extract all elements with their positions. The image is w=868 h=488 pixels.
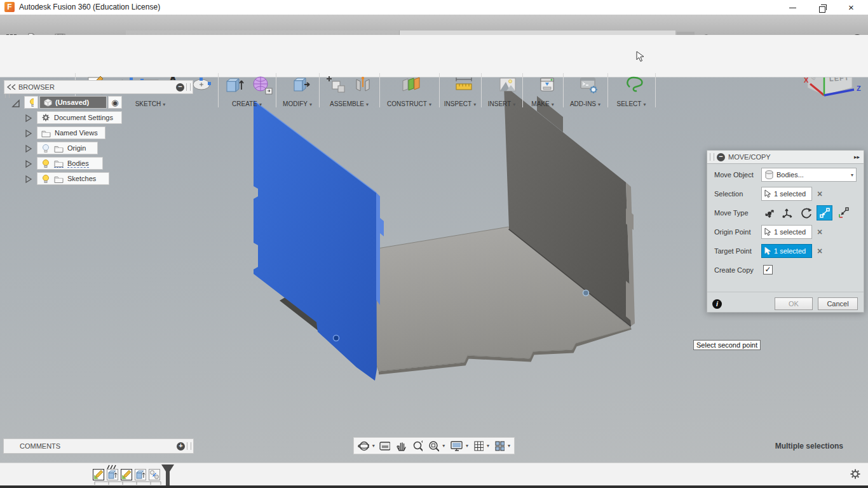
visibility-bulb-icon[interactable] xyxy=(41,174,50,183)
viewports-caret[interactable]: ▾ xyxy=(508,443,510,449)
info-icon[interactable]: i xyxy=(712,299,722,309)
tree-item-bodies[interactable]: Bodies xyxy=(37,157,103,170)
folder-icon xyxy=(54,159,64,168)
minimize-button[interactable] xyxy=(778,0,807,15)
add-comment-icon[interactable]: + xyxy=(177,442,185,451)
timeline-settings-gear-icon[interactable] xyxy=(849,468,862,480)
comments-grip[interactable] xyxy=(187,442,191,450)
select-lasso-icon[interactable] xyxy=(623,73,646,96)
activate-component-radio[interactable]: ◉ xyxy=(108,96,122,109)
modify-menu[interactable]: MODIFY▾ xyxy=(276,100,319,107)
timeline-feature-extrude2[interactable] xyxy=(135,469,146,480)
ok-button[interactable]: OK xyxy=(775,297,813,310)
grid-caret[interactable]: ▾ xyxy=(487,443,489,449)
target-point-value: 1 selected xyxy=(774,247,806,255)
dialog-minimize-icon[interactable]: − xyxy=(717,153,725,161)
timeline-feature-extrude1[interactable] xyxy=(107,469,118,480)
pan-hand-icon[interactable] xyxy=(395,440,407,452)
origin-clear-icon[interactable]: × xyxy=(817,227,822,237)
move-type-point-to-point-selected[interactable] xyxy=(817,205,832,220)
tree-item-named-views[interactable]: Named Views xyxy=(37,126,105,139)
viewports-icon[interactable] xyxy=(494,440,505,452)
move-type-translate[interactable] xyxy=(780,205,796,220)
inspect-menu[interactable]: INSPECT▾ xyxy=(439,100,481,107)
tree-collapsed-icon[interactable] xyxy=(24,129,32,138)
timeline-feature-sketch1[interactable] xyxy=(93,469,104,480)
ellipse-tool-icon[interactable] xyxy=(191,73,214,96)
origin-point-marker[interactable] xyxy=(334,336,339,341)
tree-collapsed-icon[interactable] xyxy=(24,159,32,168)
add-ins-script-icon[interactable] xyxy=(578,73,600,96)
browser-grip[interactable] xyxy=(186,83,191,91)
target-clear-icon[interactable]: × xyxy=(817,246,822,256)
timeline-track[interactable] xyxy=(0,485,868,488)
browser-minimize-icon[interactable]: − xyxy=(176,83,184,92)
close-button[interactable]: × xyxy=(837,0,865,15)
insert-menu[interactable]: INSERT▾ xyxy=(481,100,522,107)
origin-point-field[interactable]: 1 selected xyxy=(761,225,812,239)
blue-panel-body[interactable] xyxy=(254,100,377,381)
orbit-icon[interactable] xyxy=(358,440,369,452)
orbit-caret[interactable]: ▾ xyxy=(372,443,375,449)
dialog-dock-icon[interactable]: ▸▸ xyxy=(854,154,860,160)
timeline-feature-sketch2[interactable] xyxy=(121,469,132,480)
construct-menu[interactable]: CONSTRUCT▾ xyxy=(379,100,439,107)
tree-collapsed-icon[interactable] xyxy=(24,144,32,153)
target-point-field-active[interactable]: 1 selected xyxy=(761,244,812,258)
dialog-header[interactable]: − MOVE/COPY ▸▸ xyxy=(707,150,864,164)
tree-item-label: Bodies xyxy=(67,159,89,168)
display-caret[interactable]: ▾ xyxy=(466,443,468,449)
display-settings-icon[interactable] xyxy=(450,440,463,452)
zoom-icon[interactable] xyxy=(412,440,423,452)
visibility-bulb-off-icon[interactable] xyxy=(41,144,50,152)
construct-plane-icon[interactable] xyxy=(399,73,422,96)
root-visibility-bulb[interactable] xyxy=(24,96,38,109)
grid-icon[interactable] xyxy=(473,440,484,452)
move-object-dropdown[interactable]: Bodies... ▾ xyxy=(761,168,857,182)
timeline-feature-move[interactable] xyxy=(149,469,160,480)
measure-icon[interactable] xyxy=(452,73,475,96)
cancel-button[interactable]: Cancel xyxy=(818,297,858,310)
make-3d-print-icon[interactable] xyxy=(536,73,559,96)
make-menu[interactable]: MAKE▾ xyxy=(522,100,563,107)
selection-clear-icon[interactable]: × xyxy=(817,189,822,199)
dialog-grip[interactable] xyxy=(710,153,714,161)
folder-icon xyxy=(41,129,51,137)
target-point-marker[interactable] xyxy=(583,290,589,296)
tree-item-origin[interactable]: Origin xyxy=(37,142,98,154)
press-pull-icon[interactable] xyxy=(289,73,312,96)
assemble-menu[interactable]: ASSEMBLE▾ xyxy=(319,100,379,107)
insert-image-icon[interactable] xyxy=(496,73,519,96)
add-ins-menu[interactable]: ADD-INS▾ xyxy=(563,100,607,107)
dark-wall-right-notch-2 xyxy=(626,281,634,323)
cursor-icon xyxy=(764,227,771,236)
create-copy-checkbox[interactable]: ✓ xyxy=(763,265,773,274)
comments-title: COMMENTS xyxy=(20,442,60,450)
tree-item-sketches[interactable]: Sketches xyxy=(37,172,109,185)
comments-panel-header[interactable]: COMMENTS + xyxy=(3,438,194,454)
extrude-icon[interactable] xyxy=(222,73,245,96)
move-type-rotate[interactable] xyxy=(798,205,814,220)
new-component-icon[interactable] xyxy=(325,73,348,96)
tree-item-document-settings[interactable]: Document Settings xyxy=(37,111,122,124)
collapse-panel-icon[interactable] xyxy=(7,84,16,90)
move-type-point-to-position[interactable] xyxy=(835,205,851,220)
dropdown-caret-icon[interactable]: ▾ xyxy=(851,172,853,178)
tree-collapsed-icon[interactable] xyxy=(24,175,32,184)
tree-collapsed-icon[interactable] xyxy=(24,114,32,123)
visibility-bulb-icon[interactable] xyxy=(41,159,50,168)
fit-icon[interactable] xyxy=(428,440,439,452)
tree-expanded-icon[interactable] xyxy=(11,99,20,108)
tree-item-root[interactable]: (Unsaved) xyxy=(39,96,107,109)
fit-caret[interactable]: ▾ xyxy=(442,443,445,449)
create-menu[interactable]: CREATE▾ xyxy=(218,100,276,107)
create-form-icon[interactable] xyxy=(251,73,274,96)
look-at-icon[interactable] xyxy=(379,440,390,452)
joint-icon[interactable] xyxy=(351,73,374,96)
selection-field[interactable]: 1 selected xyxy=(761,187,812,201)
browser-panel-header[interactable]: BROWSER − xyxy=(4,80,193,94)
timeline-playhead[interactable] xyxy=(161,464,175,486)
select-menu[interactable]: SELECT▾ xyxy=(607,100,655,107)
restore-button[interactable] xyxy=(808,0,836,15)
move-type-free-move[interactable] xyxy=(761,205,777,220)
